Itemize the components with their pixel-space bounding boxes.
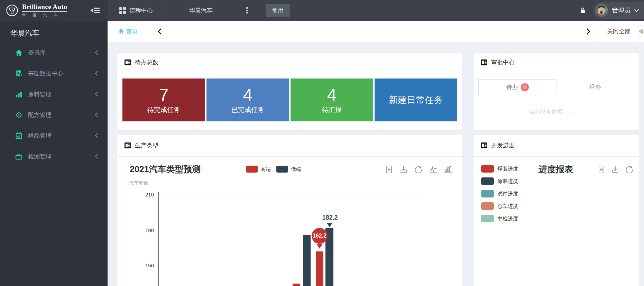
legend-item-diduan[interactable]: 低端: [276, 166, 301, 173]
topbar-nav: 流程中心 华晨汽车 常用: [108, 0, 572, 21]
avatar[interactable]: [595, 4, 608, 17]
sidebar-item-yangpin[interactable]: 样品管理: [0, 125, 108, 146]
chevron-right-icon: [586, 28, 591, 35]
production-card-title: 生产类型: [135, 141, 158, 149]
bar-低端[interactable]: [303, 235, 311, 286]
gridline: [158, 195, 423, 195]
sidebar-item-peifang[interactable]: 配方管理: [0, 104, 108, 125]
tab-daiban[interactable]: 待办 0: [478, 79, 556, 95]
gear-button[interactable]: [638, 21, 644, 42]
page-tabbar: 首页 关闭全部: [108, 21, 644, 42]
sidebar-menu: 资讯库 基础数据中心: [0, 42, 108, 167]
production-type-card: 生产类型 2021汽车类型预测 高端 低端: [117, 134, 463, 286]
production-card-header: 生产类型: [117, 135, 462, 157]
legend-swatch: [481, 190, 494, 197]
progress-card-header: 开发进度: [473, 135, 639, 157]
legend-swatch: [276, 166, 288, 173]
todo-box-pending[interactable]: 7 待完成任务: [122, 79, 205, 121]
approval-center-card: 审批中心 待办 0 经办 当前没有数据 ···: [473, 53, 639, 131]
approval-tabs: 待办 0 经办: [478, 79, 634, 95]
sidebar-toggle-icon[interactable]: [90, 7, 100, 14]
markpoint-diduan-pin: [327, 223, 332, 227]
tab-jingban[interactable]: 经办: [556, 79, 634, 95]
progress-chart-title: 进度报表: [539, 164, 573, 175]
empty-text: 当前没有数据: [529, 108, 562, 116]
data-view-icon[interactable]: [597, 165, 606, 174]
avatar-photo: [595, 4, 608, 17]
user-menu[interactable]: 管理员: [593, 2, 644, 19]
todo-box-completed[interactable]: 4 已完成任务: [206, 79, 289, 121]
y-axis-name: 汽车销量: [129, 180, 148, 186]
sidebar-item-label: 配方管理: [28, 111, 94, 119]
data-view-icon[interactable]: [385, 165, 394, 174]
y-tick-label: 180: [131, 227, 154, 233]
user-name: 管理员: [612, 6, 631, 15]
close-all-button[interactable]: 关闭全部: [599, 21, 638, 42]
progress-legend: 焊装进度 涂装进度 试件进度 总车进度 中检进度: [481, 165, 518, 227]
progress-chart-zone: 焊装进度 涂装进度 试件进度 总车进度 中检进度: [473, 157, 639, 286]
lock-button[interactable]: [572, 7, 593, 14]
legend-label: 试件进度: [497, 191, 518, 197]
line-chart-icon[interactable]: [429, 165, 438, 174]
chevron-left-icon: [94, 154, 99, 159]
markpoint-gaoduan-pin: 162.2: [312, 228, 328, 249]
bar-高端[interactable]: [293, 284, 300, 286]
card-panel-icon: [124, 59, 131, 66]
chevron-left-icon: [94, 71, 99, 76]
legend-item-tuzhuang[interactable]: 涂装进度: [481, 177, 518, 185]
new-daily-task-button[interactable]: 新建日常任务: [375, 79, 457, 121]
markpoint-gaoduan-value: 162.2: [312, 228, 328, 244]
bar-高端[interactable]: [316, 251, 323, 286]
nav-process-center[interactable]: 流程中心: [108, 0, 165, 21]
chart-title: 2021汽车类型预测: [130, 164, 201, 175]
download-icon[interactable]: [399, 165, 408, 174]
restore-icon[interactable]: [414, 165, 423, 174]
sidebar-item-label: 基础数据中心: [28, 70, 94, 77]
id-card-icon: [15, 70, 22, 77]
sidebar-item-zixunku[interactable]: 资讯库: [0, 42, 108, 63]
legend-label: 中检进度: [497, 215, 518, 222]
home-icon: [15, 49, 22, 56]
tab-home[interactable]: 首页: [108, 21, 149, 42]
sidebar-item-jichushuju[interactable]: 基础数据中心: [0, 63, 108, 84]
sidebar: 华晨汽车 资讯库: [0, 21, 108, 286]
legend-item-zhongjian[interactable]: 中检进度: [481, 215, 518, 222]
gear-icon: [638, 27, 644, 36]
y-tick-label: 150: [131, 262, 154, 268]
tabs-scroll-left-button[interactable]: [149, 21, 171, 42]
todo-box-report[interactable]: 4 待汇报: [291, 79, 373, 121]
legend-item-hanzhuang[interactable]: 焊装进度: [481, 165, 518, 173]
pending-count: 7: [159, 86, 169, 105]
legend-item-gaoduan[interactable]: 高端: [246, 166, 271, 173]
todo-box-row: 7 待完成任务 4 已完成任务 4 待汇报 新建日常任务: [117, 72, 462, 121]
empty-dots: ···: [568, 109, 583, 115]
card-panel-icon: [480, 142, 488, 149]
chart-toolbox: [385, 165, 453, 174]
bar-chart-icon[interactable]: [443, 165, 453, 174]
kebab-menu-icon[interactable]: [237, 7, 257, 13]
card-panel-icon: [124, 142, 131, 149]
tabs-scroll-right-button[interactable]: [578, 21, 599, 42]
favorites-button[interactable]: 常用: [266, 4, 290, 17]
progress-chart-toolbox: [597, 165, 634, 174]
app-screen: Brilliance Auto 华 晨 汽 车 流程中心: [0, 0, 644, 286]
legend-item-shijian[interactable]: 试件进度: [481, 190, 518, 197]
markpoint-pin-tail: [316, 244, 323, 249]
sidebar-item-jiance[interactable]: 检测管理: [0, 146, 108, 167]
tab-daiban-label: 待办: [506, 83, 518, 91]
nav-tab-huachen[interactable]: 华晨汽车: [165, 0, 237, 21]
legend-item-zongche[interactable]: 总车进度: [481, 202, 518, 210]
sidebar-item-yuanliao[interactable]: 原料管理: [0, 84, 108, 104]
download-icon[interactable]: [611, 165, 620, 174]
markpoint-diduan-value: 182.2: [317, 214, 343, 221]
home-icon: [118, 28, 124, 34]
sidebar-item-label: 检测管理: [28, 153, 94, 160]
legend-label: 总车进度: [497, 203, 518, 210]
nav-process-center-label: 流程中心: [129, 7, 153, 15]
restore-icon[interactable]: [625, 165, 634, 174]
brand-logo[interactable]: Brilliance Auto 华 晨 汽 车: [6, 3, 67, 18]
topbar-logo-block: Brilliance Auto 华 晨 汽 车: [0, 0, 108, 21]
grid-icon: [119, 7, 126, 14]
completed-count: 4: [243, 86, 253, 105]
tab-jingban-label: 经办: [589, 83, 601, 91]
